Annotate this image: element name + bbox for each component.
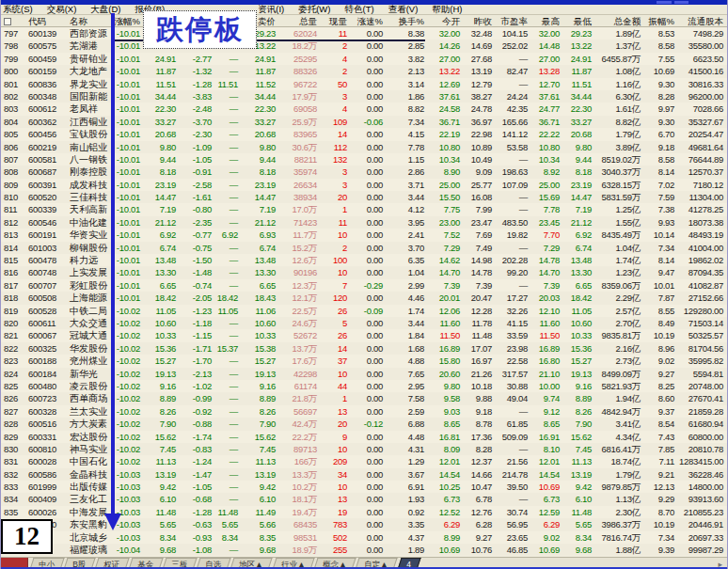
column-header-amount[interactable]: 总金额	[596, 15, 645, 26]
table-row[interactable]: 806600219南山铝业-10.019.80-1.09—9.8030.6万11…	[0, 141, 728, 153]
menu-item[interactable]: 委托(W)	[295, 4, 333, 16]
column-header-high[interactable]: 最高	[532, 15, 564, 26]
table-row[interactable]: 811600339天利高新-10.017.19-0.80—7.1917.0万10…	[0, 203, 728, 215]
column-header-total-volume[interactable]: 总量	[280, 15, 322, 26]
cell-turnover-pct: 6.35	[388, 254, 429, 266]
cell-pe-ratio: 56.95	[497, 518, 532, 530]
menu-item[interactable]: 资讯(I)	[255, 4, 287, 16]
column-header-low[interactable]: 最低	[564, 15, 596, 26]
cell-ask-price: 7.19	[243, 203, 280, 215]
table-row[interactable]: 819600528中铁二局-10.0211.05-1.2311.0511.062…	[0, 305, 728, 317]
menu-item[interactable]: 系统(S)	[0, 4, 36, 16]
cell-total-volume: 96722	[280, 78, 322, 90]
column-header-stock-name[interactable]: 名称	[66, 15, 111, 26]
column-header-open[interactable]: 今开	[429, 15, 465, 26]
table-row[interactable]: 804600362江西铜业-10.0133.27-3.70—33.2725.9万…	[0, 116, 728, 128]
cell-change: -0.74	[181, 279, 216, 292]
cell-change: -1.24	[181, 455, 216, 467]
column-header-speed-pct[interactable]: 涨速%	[352, 15, 388, 26]
cell-total-volume: 83965	[280, 128, 322, 140]
cell-prev-close: 12.37	[465, 455, 497, 467]
cell-pe-ratio: 165.66	[497, 116, 532, 128]
table-row[interactable]: 834600409三友化工-10.036.10-0.68—6.1018.1万13…	[0, 493, 728, 505]
cell-row-number: 808	[0, 166, 24, 178]
table-row[interactable]: 800600159大龙地产-10.0111.87-1.32—11.8788326…	[0, 65, 728, 77]
menu-item[interactable]: 帮助(H)	[429, 4, 465, 16]
column-header-turnover-pct[interactable]: 换手%	[388, 15, 429, 26]
table-row[interactable]: 817600707彩虹股份-10.016.65-0.74—6.6512.3万7-…	[0, 279, 728, 292]
table-row[interactable]: 807600581八一钢铁-10.019.44-1.05—9.448821113…	[0, 153, 728, 166]
table-row[interactable]: 820600611大众交通-10.0210.60-1.18—10.6024.6万…	[0, 317, 728, 329]
cell-prev-close: 16.97	[465, 355, 497, 367]
cell-prev-close: 9.18	[465, 405, 497, 418]
table-row[interactable]: 827600328兰太实业-10.028.26-0.92—8.265669713…	[0, 405, 728, 418]
cell-change: -0.92	[181, 405, 216, 418]
menu-item[interactable]: 交易(X)	[44, 4, 80, 16]
table-row[interactable]: 813600191华资实业-10.016.92-0.776.926.9311.7…	[0, 229, 728, 241]
table-row[interactable]: 北京城乡-10.038.34-0.938.348.35985315020.004…	[0, 531, 728, 544]
table-row[interactable]: 822600325华发股份-10.0215.36-1.7115.3715.381…	[0, 342, 728, 355]
cell-float-shares: 7498.29	[679, 27, 728, 40]
cell-last-price: 15.62	[145, 431, 181, 443]
menu-item[interactable]: 查看(V)	[386, 4, 421, 16]
table-row[interactable]: 815600478科力远-10.0113.48-1.50—13.4812.6万1…	[0, 254, 728, 266]
close-button[interactable]	[674, 1, 689, 4]
table-row[interactable]: 798600575芜湖港-10.0113.2218.2万20.002.8514.…	[0, 40, 728, 52]
menu-item[interactable]: 大盘(D)	[87, 4, 123, 16]
table-row[interactable]: 808600687刚泰控股-10.018.18-0.91—8.183597430…	[0, 166, 728, 178]
cell-bid-price: —	[216, 392, 243, 404]
column-header-amplitude-pct[interactable]: 振幅%	[645, 15, 679, 26]
cell-pe-ratio: 17.27	[497, 292, 532, 304]
table-row[interactable]: 825600480凌云股份-10.029.16-1.02—9.166117444…	[0, 380, 728, 392]
column-header-float-shares[interactable]: 流通股本	[679, 15, 728, 26]
column-header-current-volume[interactable]: 现量	[322, 15, 352, 26]
table-row[interactable]: 福耀玻璃-10.049.68-1.08—9.6818.9万2550.001.89…	[0, 544, 728, 556]
table-row[interactable]: 821600067冠城大通-10.0210.33-1.15—10.3352672…	[0, 329, 728, 341]
column-header-change-pct[interactable]: 涨幅%	[111, 15, 145, 26]
table-row[interactable]: 801600836界龙实业-10.0111.51-1.2811.5111.529…	[0, 78, 728, 90]
table-row[interactable]: 799600459贵研铂业-10.0124.91-2.77—24.9125295…	[0, 53, 728, 65]
cell-amplitude-pct: 8.60	[645, 392, 679, 404]
cell-prev-close: 23.47	[465, 216, 497, 229]
window-buttons[interactable]	[657, 1, 688, 4]
table-row[interactable]: 803600612老凤祥-10.0122.30-2.48—22.30690584…	[0, 103, 728, 115]
cell-amount: 1.79亿	[596, 128, 645, 140]
cell-turnover-pct: 7.78	[388, 141, 429, 153]
cell-amplitude-pct: 9.97	[645, 103, 679, 115]
table-row[interactable]: 797600139西部资源-10.0129.2362024110.008.383…	[0, 27, 728, 40]
table-row[interactable]: 812600546中油化建-10.0121.12-2.35—21.1271423…	[0, 216, 728, 229]
column-header-prev-close[interactable]: 昨收	[465, 15, 497, 26]
cell-amount: 1.94亿	[596, 392, 645, 404]
cell-amplitude-pct: 9.18	[645, 141, 679, 153]
cell-open: 12.06	[429, 305, 465, 317]
table-row[interactable]: 824600184新华光-10.0219.13-2.13—19.13422981…	[0, 368, 728, 380]
cell-last-price: 13.30	[145, 266, 181, 278]
cell-change: -0.91	[181, 166, 216, 178]
table-row[interactable]: 809600391成发科技-10.0123.19-2.58—23.1926634…	[0, 179, 728, 191]
table-row[interactable]: 823600188兖州煤业-10.0215.27-1.70—15.2717.6万…	[0, 355, 728, 367]
table-row[interactable]: 830600810神马实业-10.027.45-0.83—7.458971310…	[0, 443, 728, 455]
table-row[interactable]: 814601003柳钢股份-10.016.74-0.75—6.7415.2万20…	[0, 242, 728, 254]
column-header-stock-code[interactable]: 代码	[24, 15, 66, 26]
cell-row-number: 801	[0, 78, 24, 90]
table-row[interactable]: 831600028中国石化-10.0211.13-1.24—11.13166万2…	[0, 455, 728, 467]
table-row[interactable]: 828600516方大炭素-10.027.90-0.88—7.9042.4万20…	[0, 418, 728, 430]
cell-pe-ratio: 99.20	[497, 266, 532, 278]
table-row[interactable]: 816600748上实发展-10.0113.30-1.48—13.3090196…	[0, 266, 728, 278]
column-header-pe-ratio[interactable]: 市盈率	[497, 15, 532, 26]
table-row[interactable]: 833601999出版传媒-10.039.42-1.05—9.4210.2万10…	[0, 481, 728, 493]
table-row[interactable]: 802600348国阳新能-10.0134.44-3.83—34.4417.9万…	[0, 90, 728, 103]
cell-amplitude-pct: 10.19	[645, 329, 679, 341]
table-row[interactable]: 805600456宝钛股份-10.0120.68-2.30—20.6883965…	[0, 128, 728, 140]
menu-item[interactable]: 特色(T)	[341, 4, 376, 16]
table-row[interactable]: 810600520三佳科技-10.0114.47-1.61—14.4738934…	[0, 191, 728, 203]
cell-last-price: 8.18	[145, 166, 181, 178]
column-header-row-number[interactable]	[0, 15, 24, 26]
table-row[interactable]: 818600508上海能源-10.0118.42-2.0518.4218.431…	[0, 292, 728, 304]
table-row[interactable]: 826600723西单商场-10.028.89-0.99—8.8921.8万10…	[0, 392, 728, 404]
cell-stock-name: 中油化建	[66, 216, 111, 229]
table-row[interactable]: 832600586金晶科技-10.0313.19-1.47—13.1913.3万…	[0, 468, 728, 481]
minimize-button[interactable]	[657, 1, 672, 4]
cell-current-volume: 1	[322, 203, 352, 215]
table-row[interactable]: 829600331宏达股份-10.0215.62-1.74—15.6222.2万…	[0, 431, 728, 443]
